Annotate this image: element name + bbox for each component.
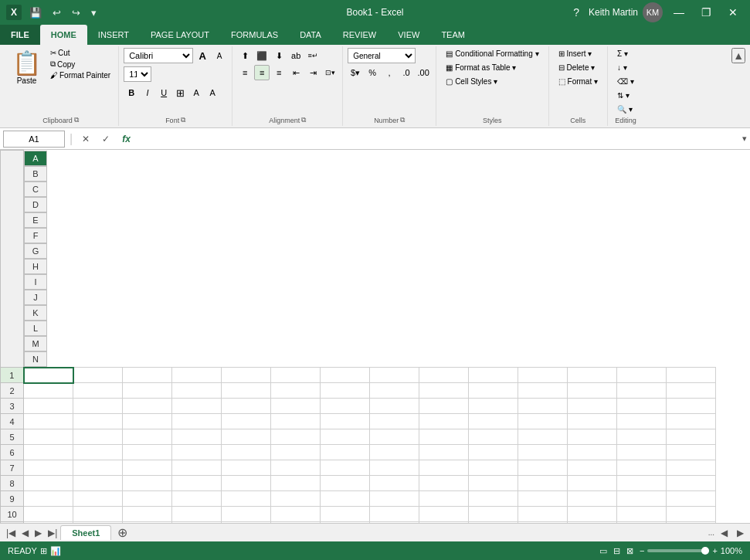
cell-H1[interactable] xyxy=(370,368,419,383)
cell-E6[interactable] xyxy=(222,445,271,460)
cell-H11[interactable] xyxy=(370,522,419,524)
cell-F10[interactable] xyxy=(271,507,321,522)
cell-I10[interactable] xyxy=(419,507,469,522)
cell-N2[interactable] xyxy=(667,383,716,399)
cell-J11[interactable] xyxy=(469,522,518,524)
bold-button[interactable]: B xyxy=(124,85,139,100)
cell-H2[interactable] xyxy=(370,383,419,399)
cell-L7[interactable] xyxy=(568,460,617,476)
col-header-E[interactable]: E xyxy=(24,212,47,228)
delete-button[interactable]: ⊟ Delete ▾ xyxy=(554,62,600,73)
cell-B1[interactable] xyxy=(73,368,123,383)
comma-button[interactable]: , xyxy=(382,65,397,80)
cell-K6[interactable] xyxy=(518,445,568,460)
cell-E7[interactable] xyxy=(222,460,271,476)
name-box[interactable] xyxy=(3,131,65,148)
row-num-1[interactable]: 1 xyxy=(1,368,24,383)
col-header-J[interactable]: J xyxy=(24,290,47,305)
cell-styles-button[interactable]: ▢ Cell Styles ▾ xyxy=(441,76,502,87)
cell-I9[interactable] xyxy=(419,491,469,507)
col-header-D[interactable]: D xyxy=(24,197,47,212)
cell-M2[interactable] xyxy=(617,383,667,399)
minimize-button[interactable]: — xyxy=(667,5,691,20)
cell-N4[interactable] xyxy=(667,414,716,429)
cell-I2[interactable] xyxy=(419,383,469,399)
cell-H8[interactable] xyxy=(370,476,419,491)
cell-B8[interactable] xyxy=(73,476,123,491)
cell-F2[interactable] xyxy=(271,383,321,399)
cell-C1[interactable] xyxy=(123,368,172,383)
cell-J1[interactable] xyxy=(469,368,518,383)
cell-A5[interactable] xyxy=(24,429,73,445)
cell-J5[interactable] xyxy=(469,429,518,445)
row-num-3[interactable]: 3 xyxy=(1,399,24,414)
cell-A2[interactable] xyxy=(24,383,73,399)
cell-I4[interactable] xyxy=(419,414,469,429)
clipboard-expand-icon[interactable]: ⧉ xyxy=(74,116,79,124)
cell-J9[interactable] xyxy=(469,491,518,507)
cell-E5[interactable] xyxy=(222,429,271,445)
col-header-H[interactable]: H xyxy=(24,259,47,274)
cell-I1[interactable] xyxy=(419,368,469,383)
cell-L5[interactable] xyxy=(568,429,617,445)
cell-F3[interactable] xyxy=(271,399,321,414)
cell-L3[interactable] xyxy=(568,399,617,414)
cell-L1[interactable] xyxy=(568,368,617,383)
confirm-formula-button[interactable]: ✓ xyxy=(97,132,114,146)
cell-K2[interactable] xyxy=(518,383,568,399)
cell-L11[interactable] xyxy=(568,522,617,524)
cell-D1[interactable] xyxy=(172,368,222,383)
cell-B10[interactable] xyxy=(73,507,123,522)
cancel-formula-button[interactable]: ✕ xyxy=(77,132,94,146)
cell-I5[interactable] xyxy=(419,429,469,445)
cell-K4[interactable] xyxy=(518,414,568,429)
cell-C10[interactable] xyxy=(123,507,172,522)
cell-C2[interactable] xyxy=(123,383,172,399)
cell-E8[interactable] xyxy=(222,476,271,491)
cell-E10[interactable] xyxy=(222,507,271,522)
cell-B5[interactable] xyxy=(73,429,123,445)
insert-button[interactable]: ⊞ Insert ▾ xyxy=(554,48,597,59)
qat-redo[interactable]: ↪ xyxy=(69,5,83,20)
decrease-font-btn[interactable]: A xyxy=(212,48,227,63)
align-left-button[interactable]: ≡ xyxy=(237,65,253,80)
scroll-right[interactable]: ▶ xyxy=(734,526,747,540)
cell-C6[interactable] xyxy=(123,445,172,460)
layout-page[interactable]: ⊟ xyxy=(613,546,620,556)
sheet-nav-first[interactable]: |◀ xyxy=(3,526,19,540)
col-header-A[interactable]: A xyxy=(24,151,47,166)
cell-E2[interactable] xyxy=(222,383,271,399)
font-color-button[interactable]: A xyxy=(205,85,220,100)
cell-N1[interactable] xyxy=(667,368,716,383)
paste-button[interactable]: 📋 Paste xyxy=(8,48,46,87)
sheet-nav-next[interactable]: ▶ xyxy=(32,526,45,540)
cell-B11[interactable] xyxy=(73,522,123,524)
cell-M10[interactable] xyxy=(617,507,667,522)
cell-J6[interactable] xyxy=(469,445,518,460)
cell-G5[interactable] xyxy=(321,429,370,445)
cell-G6[interactable] xyxy=(321,445,370,460)
accounting-button[interactable]: $▾ xyxy=(348,65,363,80)
cell-H6[interactable] xyxy=(370,445,419,460)
cell-I3[interactable] xyxy=(419,399,469,414)
cell-B7[interactable] xyxy=(73,460,123,476)
row-num-4[interactable]: 4 xyxy=(1,414,24,429)
cell-D11[interactable] xyxy=(172,522,222,524)
cell-I8[interactable] xyxy=(419,476,469,491)
cell-K3[interactable] xyxy=(518,399,568,414)
close-button[interactable]: ✕ xyxy=(722,5,744,20)
cell-M3[interactable] xyxy=(617,399,667,414)
row-num-5[interactable]: 5 xyxy=(1,429,24,445)
cell-D10[interactable] xyxy=(172,507,222,522)
cell-G2[interactable] xyxy=(321,383,370,399)
scroll-left[interactable]: ◀ xyxy=(718,526,731,540)
align-middle-button[interactable]: ⬛ xyxy=(254,48,270,63)
zoom-slider[interactable] xyxy=(647,549,709,552)
tab-view[interactable]: VIEW xyxy=(387,25,430,45)
cell-M5[interactable] xyxy=(617,429,667,445)
cell-K1[interactable] xyxy=(518,368,568,383)
cell-F4[interactable] xyxy=(271,414,321,429)
cell-L2[interactable] xyxy=(568,383,617,399)
cell-K8[interactable] xyxy=(518,476,568,491)
cell-H5[interactable] xyxy=(370,429,419,445)
